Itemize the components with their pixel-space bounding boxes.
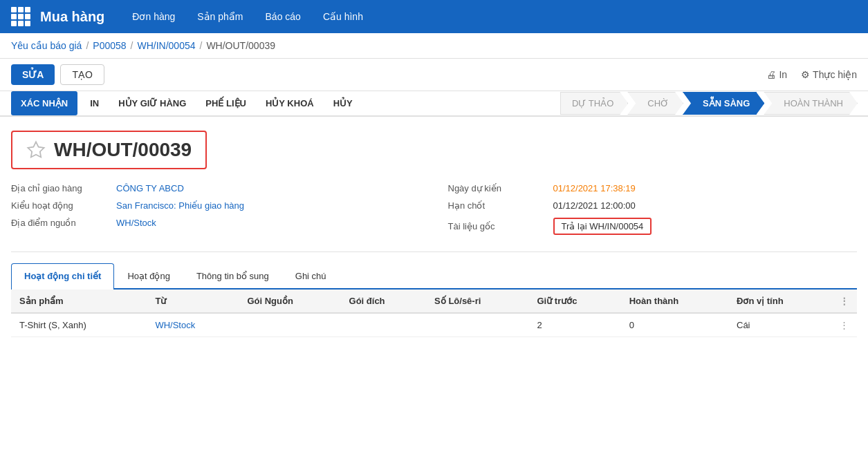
field-diadiemnguon: Địa điểm nguồn WH/Stock bbox=[11, 218, 421, 228]
col-tu: Từ bbox=[147, 290, 239, 313]
form-fields: Địa chỉ giao hàng CÔNG TY ABCD Kiểu hoạt… bbox=[11, 183, 857, 235]
thuchien-button[interactable]: ⚙ Thực hiện bbox=[801, 69, 857, 80]
cell-goinuon bbox=[239, 313, 340, 337]
huykhoa-button[interactable]: HỦY KHOÁ bbox=[256, 91, 324, 115]
sep1: / bbox=[86, 40, 89, 51]
col-hoanthanh: Hoàn thành bbox=[621, 290, 728, 313]
step-hoanthanh: HOÀN THÀNH bbox=[764, 92, 858, 115]
breadcrumb: Yêu cầu báo giá / P00058 / WH/IN/00054 /… bbox=[0, 33, 868, 59]
label-hanchot: Hạn chốt bbox=[448, 200, 545, 211]
grid-menu-icon[interactable] bbox=[11, 7, 30, 26]
action-bar: XÁC NHẬN IN HỦY GIỮ HÀNG PHẾ LIỆU HỦY KH… bbox=[0, 91, 868, 117]
col-sanpham: Sản phẩm bbox=[11, 290, 147, 313]
printer-icon: 🖨 bbox=[766, 69, 776, 80]
tao-button[interactable]: TẠO bbox=[60, 64, 104, 85]
cell-soloserial bbox=[426, 313, 528, 337]
col-actions: ⋮ bbox=[831, 290, 857, 313]
value-diadiemnguon[interactable]: WH/Stock bbox=[116, 218, 156, 228]
field-hanchot: Hạn chốt 01/12/2021 12:00:00 bbox=[448, 200, 858, 211]
table-row: T-Shirt (S, Xanh) WH/Stock 2 0 Cái ⋮ bbox=[11, 313, 857, 337]
value-ngaydukien: 01/12/2021 17:38:19 bbox=[553, 183, 636, 193]
phelieu-button[interactable]: PHẾ LIỆU bbox=[196, 91, 256, 115]
tab-hoatdong[interactable]: Hoạt động bbox=[114, 263, 183, 288]
brand-title: Mua hàng bbox=[40, 9, 104, 25]
fields-left: Địa chỉ giao hàng CÔNG TY ABCD Kiểu hoạt… bbox=[11, 183, 421, 235]
step-dutho: DỰ THẢO bbox=[560, 92, 628, 115]
label-ngaydukien: Ngày dự kiến bbox=[448, 183, 545, 193]
nav-donhang[interactable]: Đơn hàng bbox=[132, 11, 175, 22]
toolbar-right: 🖨 In ⚙ Thực hiện bbox=[766, 69, 857, 80]
col-soloserial: Số Lô/sê-ri bbox=[426, 290, 528, 313]
data-table: Sản phẩm Từ Gói Nguồn Gói đích Số Lô/sê-… bbox=[11, 290, 857, 337]
in-button[interactable]: IN bbox=[80, 91, 109, 115]
huygiu-button[interactable]: HỦY GIỮ HÀNG bbox=[109, 91, 196, 115]
divider bbox=[11, 252, 857, 252]
fields-right: Ngày dự kiến 01/12/2021 17:38:19 Hạn chố… bbox=[448, 183, 858, 235]
value-hanchot: 01/12/2021 12:00:00 bbox=[553, 200, 636, 211]
print-button[interactable]: 🖨 In bbox=[766, 69, 787, 80]
label-tailieugoc: Tài liệu gốc bbox=[448, 221, 545, 231]
label-diadiemnguon: Địa điểm nguồn bbox=[11, 218, 108, 228]
label-diachigiaohang: Địa chỉ giao hàng bbox=[11, 183, 108, 193]
breadcrumb-p00058[interactable]: P00058 bbox=[93, 40, 126, 51]
sua-button[interactable]: SỬA bbox=[11, 64, 55, 85]
cell-tu[interactable]: WH/Stock bbox=[147, 313, 239, 337]
print-label: In bbox=[779, 69, 787, 80]
field-diachigiaohang: Địa chỉ giao hàng CÔNG TY ABCD bbox=[11, 183, 421, 193]
tabs: Hoạt động chi tiết Hoạt động Thông tin b… bbox=[11, 263, 857, 290]
field-tailieugoc: Tài liệu gốc Trả lại WH/IN/00054 bbox=[448, 218, 858, 235]
xacnhan-button[interactable]: XÁC NHẬN bbox=[11, 91, 77, 115]
thuchien-label: Thực hiện bbox=[813, 69, 857, 80]
breadcrumb-current: WH/OUT/00039 bbox=[206, 40, 275, 51]
gear-icon: ⚙ bbox=[801, 69, 810, 80]
main-content: WH/OUT/00039 Địa chỉ giao hàng CÔNG TY A… bbox=[0, 117, 868, 351]
tab-hoatdongchitiet[interactable]: Hoạt động chi tiết bbox=[11, 263, 114, 290]
nav-cauhinh[interactable]: Cấu hình bbox=[323, 11, 363, 22]
cell-giutruoc: 2 bbox=[528, 313, 620, 337]
main-nav: Đơn hàng Sản phẩm Báo cáo Cấu hình bbox=[132, 11, 363, 22]
breadcrumb-whin00054[interactable]: WH/IN/00054 bbox=[137, 40, 195, 51]
tab-thongtinbosung[interactable]: Thông tin bổ sung bbox=[183, 263, 282, 288]
cell-goidich bbox=[341, 313, 427, 337]
star-icon[interactable] bbox=[26, 140, 46, 160]
cell-actions[interactable]: ⋮ bbox=[831, 313, 857, 337]
nav-sanpham[interactable]: Sản phẩm bbox=[197, 11, 243, 22]
doc-header: WH/OUT/00039 bbox=[11, 131, 207, 169]
toolbar: SỬA TẠO 🖨 In ⚙ Thực hiện bbox=[0, 59, 868, 91]
step-sansang: SẴN SÀNG bbox=[683, 92, 764, 115]
field-kieuhd: Kiểu hoạt động San Francisco: Phiếu giao… bbox=[11, 200, 421, 211]
sep3: / bbox=[200, 40, 203, 51]
value-kieuhd[interactable]: San Francisco: Phiếu giao hàng bbox=[116, 200, 244, 211]
label-kieuhd: Kiểu hoạt động bbox=[11, 200, 108, 211]
col-giutruoc: Giữ trước bbox=[528, 290, 620, 313]
huy-button[interactable]: HỦY bbox=[324, 91, 362, 115]
nav-baocao[interactable]: Báo cáo bbox=[266, 11, 301, 22]
value-tailieugoc[interactable]: Trả lại WH/IN/00054 bbox=[553, 218, 652, 235]
value-diachigiaohang[interactable]: CÔNG TY ABCD bbox=[116, 183, 184, 193]
cell-donvi: Cái bbox=[728, 313, 831, 337]
cell-hoanthanh[interactable]: 0 bbox=[621, 313, 728, 337]
document-title: WH/OUT/00039 bbox=[54, 139, 192, 161]
toolbar-left: SỬA TẠO bbox=[11, 64, 104, 85]
col-goinuon: Gói Nguồn bbox=[239, 290, 340, 313]
step-cho: CHỜ bbox=[627, 92, 683, 115]
breadcrumb-yeubaogía[interactable]: Yêu cầu báo giá bbox=[11, 40, 82, 51]
tab-ghichu[interactable]: Ghi chú bbox=[282, 263, 340, 288]
cell-sanpham: T-Shirt (S, Xanh) bbox=[11, 313, 147, 337]
field-ngaydukien: Ngày dự kiến 01/12/2021 17:38:19 bbox=[448, 183, 858, 193]
status-steps: DỰ THẢO CHỜ SẴN SÀNG HOÀN THÀNH bbox=[560, 92, 857, 115]
col-goidich: Gói đích bbox=[341, 290, 427, 313]
sep2: / bbox=[131, 40, 133, 51]
svg-marker-0 bbox=[28, 142, 44, 157]
top-navigation: Mua hàng Đơn hàng Sản phẩm Báo cáo Cấu h… bbox=[0, 0, 868, 33]
col-donvi: Đơn vị tính bbox=[728, 290, 831, 313]
